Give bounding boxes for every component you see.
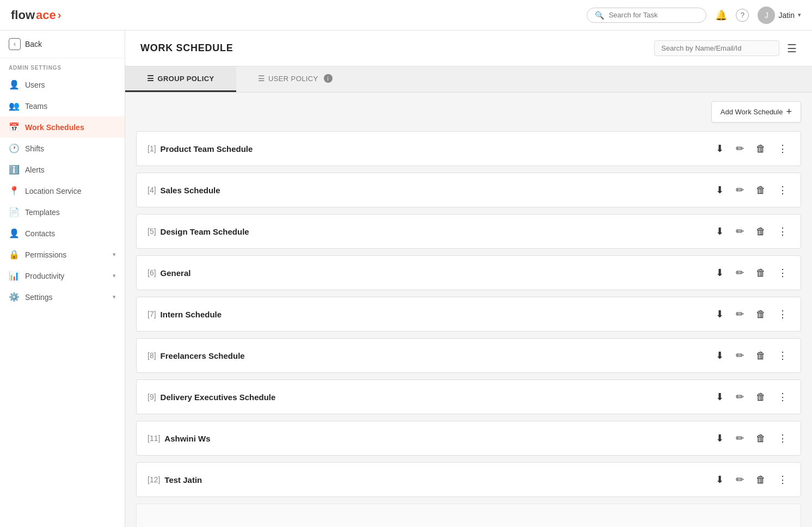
schedule-row-8: [8] Freelancers Schedule ⬇ ✏ 🗑 ⋮ [136, 338, 801, 373]
schedule-id-6: [6] [147, 268, 156, 277]
tab-user-policy[interactable]: ☰ USER POLICY i [236, 66, 354, 92]
permissions-expand-icon: ▾ [113, 251, 116, 258]
sidebar-item-shifts[interactable]: 🕐 Shifts [0, 138, 125, 159]
schedule-id-4: [4] [147, 186, 156, 194]
schedule-id-11: [11] [147, 434, 160, 443]
more-button-1[interactable]: ⋮ [776, 140, 790, 157]
delete-button-11[interactable]: 🗑 [754, 431, 768, 446]
schedule-name-1: Product Team Schedule [161, 144, 713, 154]
schedule-id-12: [12] [147, 475, 160, 484]
download-button-11[interactable]: ⬇ [713, 430, 726, 446]
sidebar-item-location-service[interactable]: 📍 Location Service [0, 180, 125, 201]
tab-user-policy-label: USER POLICY [268, 75, 318, 83]
download-button-12[interactable]: ⬇ [713, 471, 726, 488]
delete-button-8[interactable]: 🗑 [754, 348, 768, 364]
delete-button-1[interactable]: 🗑 [754, 141, 768, 157]
edit-button-9[interactable]: ✏ [734, 389, 746, 405]
schedule-row-5: [5] Design Team Schedule ⬇ ✏ 🗑 ⋮ [136, 214, 801, 249]
user-policy-info-icon[interactable]: i [324, 74, 333, 83]
help-icon[interactable]: ? [736, 9, 749, 22]
edit-button-1[interactable]: ✏ [734, 140, 746, 157]
download-button-5[interactable]: ⬇ [713, 223, 726, 240]
search-icon: 🔍 [595, 11, 604, 20]
teams-icon: 👥 [9, 101, 20, 111]
row-actions-4: ⬇ ✏ 🗑 ⋮ [713, 182, 790, 198]
sidebar-item-work-schedules[interactable]: 📅 Work Schedules [0, 117, 125, 138]
add-button-row: Add Work Schedule + [136, 101, 801, 122]
download-button-8[interactable]: ⬇ [713, 347, 726, 364]
hamburger-menu-icon[interactable]: ☰ [787, 42, 797, 55]
main-content: WORK SCHEDULE ☰ ☰ GROUP POLICY ☰ USER PO… [125, 30, 812, 527]
edit-button-11[interactable]: ✏ [734, 430, 746, 446]
contacts-icon: 👤 [9, 228, 20, 238]
more-button-11[interactable]: ⋮ [776, 430, 790, 446]
more-button-6[interactable]: ⋮ [776, 265, 790, 281]
delete-button-12[interactable]: 🗑 [754, 472, 768, 488]
edit-button-5[interactable]: ✏ [734, 223, 746, 240]
schedule-name-9: Delivery Executives Schedule [161, 393, 713, 402]
group-policy-list-icon: ☰ [147, 74, 154, 83]
more-button-9[interactable]: ⋮ [776, 389, 790, 405]
back-button[interactable]: ‹ Back [0, 30, 125, 58]
permissions-icon: 🔒 [9, 249, 20, 260]
schedule-id-9: [9] [147, 393, 156, 401]
more-button-8[interactable]: ⋮ [776, 347, 790, 364]
sidebar-item-permissions[interactable]: 🔒 Permissions ▾ [0, 244, 125, 265]
download-button-9[interactable]: ⬇ [713, 389, 726, 405]
edit-button-12[interactable]: ✏ [734, 471, 746, 488]
edit-button-6[interactable]: ✏ [734, 265, 746, 281]
logo-arrow-icon: › [58, 9, 61, 21]
top-navigation: flowace› 🔍 🔔 ? J Jatin ▾ [0, 0, 812, 30]
more-button-4[interactable]: ⋮ [776, 182, 790, 198]
tab-group-policy[interactable]: ☰ GROUP POLICY [125, 66, 236, 92]
delete-button-7[interactable]: 🗑 [754, 307, 768, 322]
delete-button-5[interactable]: 🗑 [754, 224, 768, 240]
sidebar-item-users[interactable]: 👤 Users [0, 74, 125, 95]
sidebar-item-contacts[interactable]: 👤 Contacts [0, 223, 125, 244]
row-actions-1: ⬇ ✏ 🗑 ⋮ [713, 140, 790, 157]
schedule-row-6: [6] General ⬇ ✏ 🗑 ⋮ [136, 255, 801, 290]
delete-button-4[interactable]: 🗑 [754, 182, 768, 198]
delete-button-9[interactable]: 🗑 [754, 389, 768, 405]
plus-icon: + [786, 106, 792, 118]
schedule-row-12: [12] Test Jatin ⬇ ✏ 🗑 ⋮ [136, 462, 801, 497]
edit-button-7[interactable]: ✏ [734, 306, 746, 322]
schedule-row-partial [136, 504, 801, 527]
more-button-5[interactable]: ⋮ [776, 223, 790, 240]
sidebar-label-settings: Settings [25, 293, 53, 302]
edit-button-8[interactable]: ✏ [734, 347, 746, 364]
delete-button-6[interactable]: 🗑 [754, 265, 768, 281]
header-right: ☰ [654, 40, 797, 56]
schedules-area: Add Work Schedule + [1] Product Team Sch… [125, 93, 812, 527]
edit-button-4[interactable]: ✏ [734, 182, 746, 198]
schedule-id-8: [8] [147, 351, 156, 360]
work-schedules-icon: 📅 [9, 122, 20, 132]
download-button-4[interactable]: ⬇ [713, 182, 726, 198]
sidebar-label-permissions: Permissions [25, 250, 66, 259]
search-input[interactable] [608, 11, 698, 19]
sidebar-item-settings[interactable]: ⚙️ Settings ▾ [0, 286, 125, 308]
row-actions-7: ⬇ ✏ 🗑 ⋮ [713, 306, 790, 322]
more-button-12[interactable]: ⋮ [776, 471, 790, 488]
back-icon: ‹ [9, 38, 21, 50]
page-title: WORK SCHEDULE [140, 42, 233, 54]
global-search-bar[interactable]: 🔍 [587, 8, 706, 23]
schedule-id-5: [5] [147, 227, 156, 236]
more-button-7[interactable]: ⋮ [776, 306, 790, 322]
row-actions-11: ⬇ ✏ 🗑 ⋮ [713, 430, 790, 446]
sidebar-item-templates[interactable]: 📄 Templates [0, 201, 125, 223]
search-by-name-input[interactable] [654, 40, 779, 56]
add-work-schedule-button[interactable]: Add Work Schedule + [711, 101, 801, 122]
templates-icon: 📄 [9, 207, 20, 217]
sidebar-item-teams[interactable]: 👥 Teams [0, 95, 125, 117]
sidebar-label-users: Users [25, 81, 45, 89]
sidebar-item-alerts[interactable]: ℹ️ Alerts [0, 159, 125, 180]
sidebar-item-productivity[interactable]: 📊 Productivity ▾ [0, 265, 125, 286]
notification-icon[interactable]: 🔔 [715, 9, 727, 21]
logo-text-flow: flow [11, 8, 35, 22]
download-button-6[interactable]: ⬇ [713, 265, 726, 281]
user-menu[interactable]: J Jatin ▾ [758, 7, 801, 24]
download-button-7[interactable]: ⬇ [713, 306, 726, 322]
productivity-expand-icon: ▾ [113, 272, 116, 279]
download-button-1[interactable]: ⬇ [713, 140, 726, 157]
